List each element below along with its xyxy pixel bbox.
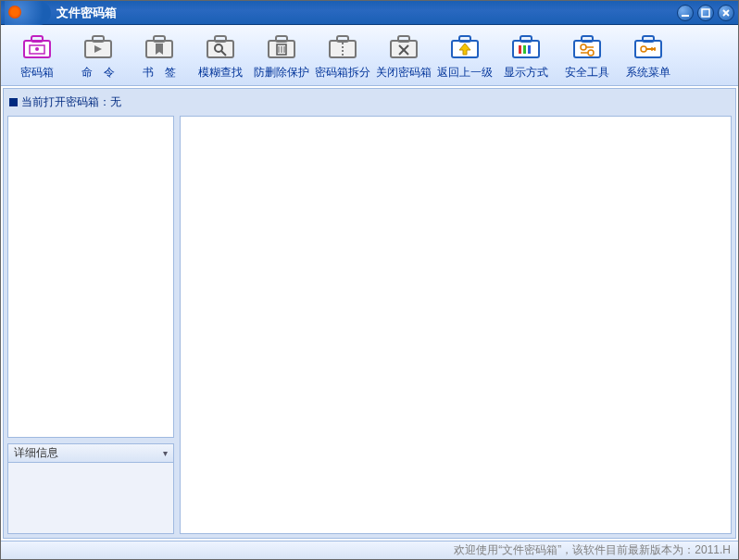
chevron-down-icon: ▾ xyxy=(163,448,168,458)
svg-rect-34 xyxy=(520,36,532,42)
bookmark-icon xyxy=(141,31,178,63)
split-safebox-button[interactable]: 密码箱拆分 xyxy=(312,29,373,83)
main-pane[interactable] xyxy=(180,116,732,534)
detail-body xyxy=(7,462,174,534)
toolbar-label: 防删除保护 xyxy=(254,65,309,81)
svg-rect-5 xyxy=(31,36,43,42)
view-mode-icon xyxy=(507,31,545,63)
command-icon xyxy=(80,31,117,63)
safebox-button[interactable]: 密码箱 xyxy=(6,29,68,83)
svg-point-7 xyxy=(35,47,39,51)
svg-rect-14 xyxy=(215,36,226,42)
svg-rect-37 xyxy=(528,45,531,54)
system-menu-icon xyxy=(630,31,667,63)
content-area: 当前打开密码箱： 无 详细信息 ▾ xyxy=(3,88,736,539)
app-icon xyxy=(5,1,51,25)
bookmark-button[interactable]: 书 签 xyxy=(129,29,190,83)
safebox-icon xyxy=(19,31,56,63)
minimize-icon xyxy=(681,8,690,18)
toolbar-label: 返回上一级 xyxy=(437,65,493,81)
detail-header-label: 详细信息 xyxy=(14,445,58,461)
toolbar-label: 关闭密码箱 xyxy=(376,65,432,81)
toolbar-label: 密码箱 xyxy=(20,65,54,81)
titlebar: 文件密码箱 xyxy=(1,1,738,25)
detail-header[interactable]: 详细信息 ▾ xyxy=(7,443,174,462)
security-tools-icon xyxy=(569,31,606,63)
minimize-button[interactable] xyxy=(677,5,694,21)
current-open-label: 当前打开密码箱： 无 xyxy=(7,93,732,116)
toolbar-label: 书 签 xyxy=(143,65,176,81)
close-button[interactable] xyxy=(718,5,734,21)
svg-rect-0 xyxy=(682,15,689,17)
svg-rect-45 xyxy=(643,36,654,42)
up-arrow-icon xyxy=(446,31,483,63)
security-tools-button[interactable]: 安全工具 xyxy=(557,29,618,83)
svg-rect-9 xyxy=(93,36,104,42)
split-icon xyxy=(324,31,361,63)
maximize-icon xyxy=(701,8,710,18)
close-safebox-button[interactable]: 关闭密码箱 xyxy=(373,29,434,83)
fuzzy-search-button[interactable]: 模糊查找 xyxy=(190,29,251,83)
svg-rect-31 xyxy=(459,36,470,42)
window-title: 文件密码箱 xyxy=(56,5,117,21)
view-mode-button[interactable]: 显示方式 xyxy=(495,29,557,83)
svg-rect-24 xyxy=(337,36,348,42)
left-column: 详细信息 ▾ xyxy=(7,116,174,534)
search-icon xyxy=(202,31,239,63)
svg-rect-35 xyxy=(519,45,521,54)
svg-rect-12 xyxy=(154,36,165,42)
protect-icon xyxy=(263,31,300,63)
close-icon xyxy=(721,8,731,18)
system-menu-button[interactable]: 系统菜单 xyxy=(618,29,679,83)
svg-rect-38 xyxy=(574,41,600,57)
current-open-value: 无 xyxy=(110,94,121,110)
toolbar-label: 系统菜单 xyxy=(626,65,670,81)
svg-rect-39 xyxy=(582,36,593,42)
panes: 详细信息 ▾ xyxy=(7,116,732,534)
statusbar: 欢迎使用“文件密码箱”，该软件目前最新版本为：2011.H xyxy=(1,541,738,559)
svg-rect-1 xyxy=(702,9,709,17)
status-text: 欢迎使用“文件密码箱”，该软件目前最新版本为：2011.H xyxy=(454,542,731,558)
command-button[interactable]: 命 令 xyxy=(68,29,129,83)
svg-rect-13 xyxy=(207,41,233,57)
bullet-icon xyxy=(9,98,18,106)
maximize-button[interactable] xyxy=(697,5,714,21)
svg-rect-36 xyxy=(523,45,526,54)
svg-rect-18 xyxy=(276,36,287,42)
svg-rect-27 xyxy=(398,36,409,42)
toolbar-label: 显示方式 xyxy=(504,65,548,81)
toolbar: 密码箱 命 令 书 签 模糊查找 防删除保护 xyxy=(1,25,738,86)
delete-protect-button[interactable]: 防删除保护 xyxy=(251,29,312,83)
close-safebox-icon xyxy=(385,31,422,63)
toolbar-label: 安全工具 xyxy=(565,65,609,81)
toolbar-label: 模糊查找 xyxy=(198,65,243,81)
toolbar-label: 命 令 xyxy=(81,65,115,81)
tree-pane[interactable] xyxy=(7,116,174,438)
app-window: 文件密码箱 密码箱 命 令 书 签 xyxy=(0,0,739,560)
go-up-button[interactable]: 返回上一级 xyxy=(434,29,495,83)
current-open-text: 当前打开密码箱： xyxy=(21,94,110,110)
toolbar-label: 密码箱拆分 xyxy=(315,65,370,81)
